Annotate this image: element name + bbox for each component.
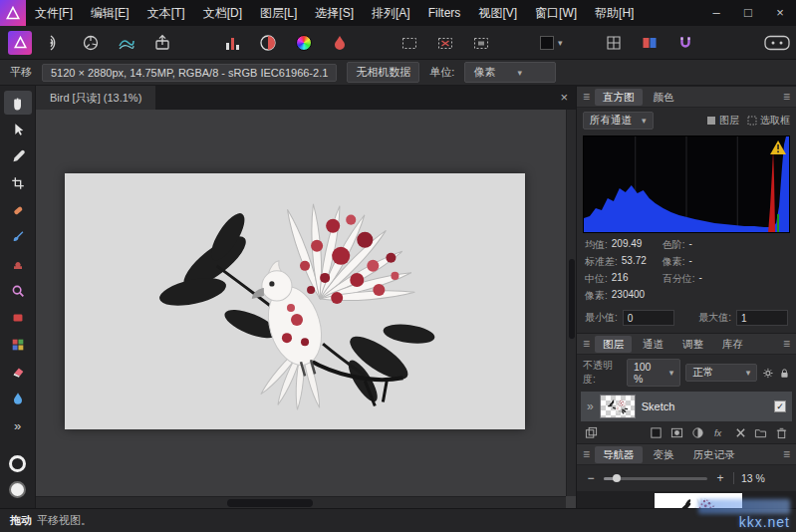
zoom-out-button[interactable]: − (585, 471, 597, 485)
selection-subtract-icon[interactable] (432, 30, 458, 56)
blend-mode-select[interactable]: 正常 ▾ (685, 364, 757, 382)
fill-color-swatch[interactable] (9, 481, 26, 498)
more-tools-chevron[interactable]: » (4, 413, 32, 437)
live-filter-x-icon[interactable] (735, 427, 746, 438)
snapping-icon[interactable] (672, 30, 698, 56)
auto-white-balance-icon[interactable] (327, 30, 353, 56)
panel-collapse-icon[interactable]: ≡ (583, 447, 590, 461)
zoom-percentage[interactable]: 13 % (741, 472, 765, 484)
tab-history[interactable]: 历史记录 (685, 446, 743, 463)
red-eye-tool[interactable] (4, 306, 32, 330)
mask-layer-icon[interactable] (670, 426, 683, 439)
fx-icon[interactable]: fx (712, 426, 727, 439)
tab-color[interactable]: 颜色 (646, 89, 682, 106)
color-format-icon[interactable] (637, 30, 663, 56)
menu-file[interactable]: 文件[F] (26, 0, 82, 26)
stroke-color-swatch[interactable] (9, 455, 26, 472)
layer-visibility-checkbox[interactable]: ✓ (774, 400, 786, 412)
auto-contrast-icon[interactable] (255, 30, 281, 56)
layer-expand-icon[interactable]: » (587, 399, 594, 413)
gear-icon[interactable] (762, 367, 774, 380)
view-mode-dropdown[interactable]: ▾ (538, 30, 565, 56)
pan-tool[interactable] (4, 91, 32, 115)
menu-text[interactable]: 文本[T] (138, 0, 194, 26)
menu-help[interactable]: 帮助[H] (586, 0, 643, 26)
layer-row[interactable]: » Sketch ✓ (581, 392, 792, 421)
assistant-icon[interactable] (760, 30, 794, 56)
navigator-preview[interactable] (577, 491, 796, 508)
panel-collapse-icon[interactable]: ≡ (583, 337, 590, 351)
panel-collapse-icon[interactable]: ≡ (583, 90, 590, 104)
menu-select[interactable]: 选择[S] (306, 0, 363, 26)
panel-menu-icon[interactable]: ≡ (783, 90, 790, 104)
adjustment-layer-icon[interactable] (691, 426, 704, 439)
tab-adjustments[interactable]: 调整 (674, 336, 711, 353)
channel-select[interactable]: 所有通道 ▾ (583, 112, 654, 130)
export-persona-icon[interactable] (149, 30, 175, 56)
clone-stamp-tool[interactable] (4, 252, 32, 276)
develop-persona-icon[interactable] (78, 30, 104, 56)
eraser-tool[interactable] (4, 360, 32, 384)
tone-mapping-persona-icon[interactable] (114, 30, 139, 56)
close-document-icon[interactable]: × (560, 86, 568, 110)
vertical-scrollbar[interactable] (566, 110, 576, 496)
menu-filters[interactable]: Filters (419, 0, 470, 26)
max-input[interactable] (736, 310, 788, 326)
tab-stock[interactable]: 库存 (714, 336, 751, 353)
paint-brush-tool[interactable] (4, 225, 32, 249)
horizontal-scrollbar[interactable] (36, 496, 566, 508)
panel-menu-icon[interactable]: ≡ (783, 337, 790, 351)
zoom-slider-thumb[interactable] (613, 474, 621, 482)
group-layers-icon[interactable] (754, 426, 767, 439)
menu-layers[interactable]: 图层[L] (251, 0, 306, 26)
duplicate-layer-icon[interactable] (585, 426, 598, 439)
auto-colors-icon[interactable] (291, 30, 317, 56)
fill-layer-icon[interactable] (650, 426, 663, 439)
document-tab[interactable]: Bird [只读] (13.1%) (36, 86, 155, 110)
tab-transform[interactable]: 变换 (646, 446, 682, 463)
stat-label: 百分位: (663, 272, 695, 286)
maximize-button[interactable]: □ (732, 0, 764, 26)
photo-persona-icon[interactable] (8, 31, 32, 55)
color-picker-tool[interactable] (4, 144, 32, 168)
selection-intersect-icon[interactable] (468, 30, 494, 56)
current-tool-label: 平移 (10, 65, 32, 80)
histogram-marquee-toggle[interactable]: 选取框 (747, 114, 790, 128)
pixel-grid-icon[interactable] (601, 30, 627, 56)
tab-channels[interactable]: 通道 (635, 336, 671, 353)
move-tool[interactable] (4, 118, 32, 141)
vertical-scroll-handle[interactable] (569, 259, 575, 339)
mesh-warp-tool[interactable] (4, 333, 32, 357)
healing-brush-tool[interactable] (4, 198, 32, 222)
opacity-select[interactable]: 100 % ▾ (627, 359, 680, 387)
tab-layers[interactable]: 图层 (595, 336, 632, 353)
zoom-in-button[interactable]: + (714, 471, 726, 485)
min-input[interactable] (623, 310, 674, 326)
trash-icon[interactable] (775, 426, 788, 439)
menu-edit[interactable]: 编辑[E] (82, 0, 138, 26)
liquify-persona-icon[interactable] (42, 30, 68, 56)
tab-navigator[interactable]: 导航器 (595, 446, 643, 463)
menu-window[interactable]: 窗口[W] (526, 0, 586, 26)
blur-tool[interactable] (4, 387, 32, 410)
navigator-thumbnail[interactable] (655, 493, 742, 508)
canvas-viewport[interactable] (36, 110, 566, 496)
dodge-burn-tool[interactable] (4, 279, 32, 303)
menu-document[interactable]: 文档[D] (194, 0, 251, 26)
zoom-slider[interactable] (604, 477, 707, 480)
units-select[interactable]: 像素 ▾ (464, 62, 556, 83)
layer-name[interactable]: Sketch (642, 400, 675, 412)
lock-icon[interactable] (779, 367, 790, 380)
menu-view[interactable]: 视图[V] (469, 0, 526, 26)
histogram-layer-toggle[interactable]: 图层 (706, 114, 739, 128)
layer-thumbnail[interactable] (600, 395, 636, 418)
panel-menu-icon[interactable]: ≡ (783, 447, 790, 461)
selection-new-icon[interactable] (397, 30, 422, 56)
auto-levels-icon[interactable] (219, 30, 245, 56)
tab-histogram[interactable]: 直方图 (595, 89, 643, 106)
menu-arrange[interactable]: 排列[A] (363, 0, 419, 26)
close-button[interactable]: × (764, 0, 796, 26)
crop-tool[interactable] (4, 171, 32, 195)
horizontal-scroll-handle[interactable] (227, 499, 313, 507)
minimize-button[interactable]: – (700, 0, 732, 26)
